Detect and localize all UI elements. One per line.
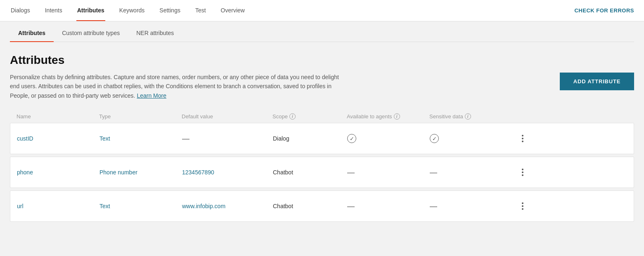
cell-name-phone: phone <box>17 161 99 184</box>
col-header-type: Type <box>99 113 182 120</box>
sub-tab-bar: Attributes Custom attribute types NER at… <box>10 21 634 42</box>
col-header-sensitive-data: Sensitive data i <box>429 113 512 120</box>
cell-default-url: www.infobip.com <box>182 195 273 218</box>
more-menu-phone[interactable] <box>512 165 533 179</box>
nav-attributes[interactable]: Attributes <box>76 0 105 21</box>
cell-sensitive-url: — <box>430 194 512 219</box>
nav-intents[interactable]: Intents <box>44 0 63 21</box>
add-attribute-button[interactable]: ADD ATTRIBUTE <box>560 73 634 90</box>
table-header-row: Name Type Default value Scope i Availabl… <box>10 110 634 123</box>
tab-custom-attribute-types[interactable]: Custom attribute types <box>54 25 128 42</box>
attr-name-phone[interactable]: phone <box>17 169 33 176</box>
col-header-actions <box>512 113 533 120</box>
cell-agents-phone: — <box>347 160 430 185</box>
cell-scope-url: Chatbot <box>273 195 347 218</box>
learn-more-link[interactable]: Learn More <box>137 92 166 99</box>
cell-agents-custid: ✓ <box>347 126 430 151</box>
attr-name-url[interactable]: url <box>17 203 24 209</box>
cell-default-custid: — <box>182 126 273 151</box>
cell-agents-url: — <box>347 194 430 219</box>
dot2 <box>522 138 523 139</box>
main-content: Attributes Custom attribute types NER at… <box>0 21 644 256</box>
page-title: Attributes <box>10 54 634 67</box>
available-agents-info-icon[interactable]: i <box>394 113 400 120</box>
dot1 <box>522 202 523 204</box>
col-header-default-value: Default value <box>182 113 272 120</box>
more-menu-url[interactable] <box>512 199 533 213</box>
col-header-scope: Scope i <box>272 113 347 120</box>
table-row: url Text www.infobip.com Chatbot — — <box>10 190 634 222</box>
nav-keywords[interactable]: Keywords <box>118 0 145 21</box>
cell-sensitive-custid: ✓ <box>430 126 512 151</box>
nav-overview[interactable]: Overview <box>220 0 246 21</box>
cell-actions-phone <box>512 157 533 188</box>
scope-info-icon[interactable]: i <box>289 113 296 120</box>
nav-links: Dialogs Intents Attributes Keywords Sett… <box>10 0 246 21</box>
dot3 <box>522 174 523 176</box>
col-header-name: Name <box>17 113 99 120</box>
cell-sensitive-phone: — <box>430 160 512 185</box>
table-row: phone Phone number 1234567890 Chatbot — … <box>10 157 634 188</box>
nav-dialogs[interactable]: Dialogs <box>10 0 31 21</box>
cell-type-custid: Text <box>99 127 182 150</box>
cell-scope-phone: Chatbot <box>273 161 347 184</box>
attributes-table: Name Type Default value Scope i Availabl… <box>10 110 634 222</box>
dot1 <box>522 135 523 136</box>
dot2 <box>522 171 523 173</box>
cell-name-url: url <box>17 195 99 218</box>
sensitive-data-info-icon[interactable]: i <box>465 113 471 120</box>
check-errors-button[interactable]: CHECK FOR ERRORS <box>574 7 634 14</box>
col-header-available-agents: Available to agents i <box>347 113 429 120</box>
more-menu-custid[interactable] <box>512 132 533 146</box>
top-navigation: Dialogs Intents Attributes Keywords Sett… <box>0 0 644 21</box>
nav-test[interactable]: Test <box>194 0 207 21</box>
check-sensitive-custid: ✓ <box>430 134 439 143</box>
tab-attributes[interactable]: Attributes <box>10 25 54 42</box>
dot3 <box>522 141 523 142</box>
nav-settings[interactable]: Settings <box>159 0 181 21</box>
page-section: Attributes Personalize chats by defining… <box>10 42 634 222</box>
dot3 <box>522 208 523 210</box>
cell-name-custid: custID <box>17 127 99 150</box>
page-description-row: Personalize chats by defining attributes… <box>10 73 634 100</box>
table-row: custID Text — Dialog ✓ ✓ <box>10 123 634 154</box>
dot2 <box>522 205 523 207</box>
cell-default-phone: 1234567890 <box>182 161 273 184</box>
tab-ner-attributes[interactable]: NER attributes <box>128 25 182 42</box>
check-available-custid: ✓ <box>347 134 356 143</box>
dot1 <box>522 169 523 170</box>
cell-scope-custid: Dialog <box>273 127 347 150</box>
cell-type-phone: Phone number <box>99 161 182 184</box>
attr-name-custid[interactable]: custID <box>17 135 33 142</box>
cell-actions-custid <box>512 123 533 154</box>
cell-type-url: Text <box>99 195 182 218</box>
page-description: Personalize chats by defining attributes… <box>10 73 348 100</box>
cell-actions-url <box>512 191 533 221</box>
